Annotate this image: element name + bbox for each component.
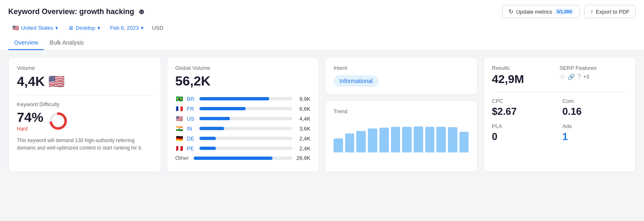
update-count-badge: 5/1,000 — [555, 9, 574, 14]
device-filter[interactable]: 🖥 Desktop ▾ — [64, 22, 104, 33]
br-flag-icon: 🇧🇷 — [175, 95, 184, 102]
de-value: 2,4K — [296, 135, 310, 142]
results-divider — [492, 92, 627, 92]
results-card: Results 42,9M SERP Features ☆ 🔗 ? +3 CPC… — [483, 57, 636, 172]
header: Keyword Overview: growth hacking ⊕ ↻ Upd… — [0, 0, 644, 50]
results-label: Results — [492, 65, 560, 71]
kd-level: Hard — [17, 126, 43, 132]
global-bar-pe: 🇵🇪 PE 2,4K — [175, 145, 311, 152]
volume-divider — [17, 95, 152, 95]
trend-bar-11 — [448, 127, 457, 152]
com-label: Com. — [562, 98, 627, 104]
global-bar-de: 🇩🇪 DE 2,4K — [175, 135, 311, 142]
add-keyword-icon[interactable]: ⊕ — [139, 8, 144, 15]
trend-bar-7 — [402, 127, 412, 152]
country-label: United States — [21, 25, 53, 31]
trend-chart — [334, 119, 469, 152]
in-bar-track — [199, 127, 293, 130]
fr-bar-fill — [199, 107, 246, 110]
results-col: Results 42,9M — [492, 65, 560, 86]
br-code: BR — [187, 96, 196, 102]
in-flag-icon: 🇮🇳 — [175, 125, 184, 132]
trend-bar-1 — [334, 138, 343, 152]
us-bar-fill — [199, 117, 230, 120]
kd-value: 74% — [17, 110, 43, 125]
de-code: DE — [187, 135, 196, 142]
export-pdf-button[interactable]: ↑ Export to PDF — [584, 5, 636, 18]
global-bar-fr: 🇫🇷 FR 6,6K — [175, 105, 311, 112]
country-filter[interactable]: 🇺🇸 United States ▾ — [8, 22, 62, 33]
intent-badge: Informational — [334, 75, 379, 87]
global-bar-in: 🇮🇳 IN 3,6K — [175, 125, 311, 132]
tab-bulk-analysis[interactable]: Bulk Analysis — [44, 36, 89, 50]
global-volume-card: Global Volume 56,2K 🇧🇷 BR 9,9K 🇫🇷 FR 6,6… — [167, 57, 320, 172]
cpc-value: $2.67 — [492, 106, 557, 117]
us-code: US — [187, 116, 196, 122]
pe-bar-track — [199, 147, 293, 150]
us-flag-icon: 🇺🇸 — [175, 115, 184, 122]
global-bar-br: 🇧🇷 BR 9,9K — [175, 95, 311, 102]
header-actions: ↻ Update metrics 5/1,000 ↑ Export to PDF — [502, 5, 636, 18]
com-value: 0.16 — [562, 106, 627, 117]
volume-value: 4,4K 🇺🇸 — [17, 74, 152, 89]
fr-flag-icon: 🇫🇷 — [175, 105, 184, 112]
trend-bar-6 — [391, 127, 400, 152]
in-bar-fill — [199, 127, 225, 130]
pe-value: 2,4K — [296, 145, 310, 152]
other-bar-track — [194, 157, 292, 160]
update-metrics-button[interactable]: ↻ Update metrics 5/1,000 — [502, 5, 580, 18]
pe-flag-icon: 🇵🇪 — [175, 145, 184, 152]
kd-row: 74% Hard — [17, 110, 152, 132]
device-chevron-icon: ▾ — [97, 25, 100, 31]
com-metric: Com. 0.16 — [562, 98, 627, 117]
pla-metric: PLA 0 — [492, 123, 557, 143]
intent-label: Intent — [334, 65, 469, 71]
trend-bar-12 — [459, 132, 469, 152]
tab-overview[interactable]: Overview — [8, 36, 44, 50]
trend-bar-8 — [414, 126, 423, 152]
kd-label: Keyword Difficulty — [17, 101, 152, 107]
global-bar-us: 🇺🇸 US 4,4K — [175, 115, 311, 122]
serp-question-icon: ? — [577, 73, 581, 81]
title-prefix: Keyword Overview: — [8, 7, 77, 16]
trend-bar-2 — [345, 133, 355, 152]
br-value: 9,9K — [296, 96, 310, 102]
fr-code: FR — [187, 106, 196, 112]
kd-description: This keyword will demand 130 high-author… — [17, 137, 152, 152]
global-volume-label: Global Volume — [175, 65, 311, 71]
currency-label: USD — [149, 22, 166, 33]
export-label: Export to PDF — [596, 9, 630, 15]
volume-label: Volume — [17, 65, 152, 71]
us-bar-track — [199, 117, 293, 120]
date-label: Feb 6, 2023 — [110, 25, 139, 31]
serp-features-label: SERP Features — [559, 65, 627, 71]
keyword-text: growth hacking — [79, 7, 134, 16]
ads-metric: Ads 1 — [562, 123, 627, 143]
filters-bar: 🇺🇸 United States ▾ 🖥 Desktop ▾ Feb 6, 20… — [8, 22, 636, 33]
trend-bar-10 — [436, 127, 446, 152]
page-title: Keyword Overview: growth hacking ⊕ — [8, 7, 144, 16]
results-serp-grid: Results 42,9M SERP Features ☆ 🔗 ? +3 — [492, 65, 627, 86]
global-bar-other: Other Other 26,9K — [175, 155, 311, 161]
br-bar-fill — [199, 97, 269, 100]
pe-code: PE — [187, 145, 196, 152]
tabs-bar: Overview Bulk Analysis — [8, 36, 636, 50]
fr-value: 6,6K — [296, 106, 310, 112]
in-code: IN — [187, 126, 196, 132]
serp-icons-row: ☆ 🔗 ? +3 — [559, 73, 627, 81]
de-bar-track — [199, 137, 293, 140]
update-metrics-label: Update metrics — [516, 9, 552, 15]
pe-bar-fill — [199, 147, 216, 150]
date-filter[interactable]: Feb 6, 2023 ▾ — [106, 22, 148, 33]
kd-donut-chart — [48, 111, 68, 131]
other-bar-fill — [194, 157, 272, 160]
serp-star-icon: ☆ — [559, 73, 565, 81]
global-volume-value: 56,2K — [175, 74, 311, 89]
ads-label: Ads — [562, 123, 627, 129]
us-value: 4,4K — [296, 116, 310, 122]
cpc-metric: CPC $2.67 — [492, 98, 557, 117]
pla-value: 0 — [492, 131, 557, 143]
fr-bar-track — [199, 107, 293, 110]
other-value: 26,9K — [296, 155, 310, 161]
trend-label: Trend — [334, 108, 469, 114]
